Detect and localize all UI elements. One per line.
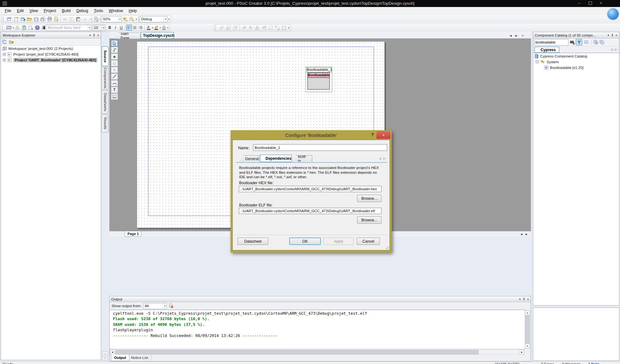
toolbar-grip[interactable]: [2, 25, 4, 30]
paste-special-icon[interactable]: [27, 24, 34, 31]
new-project-icon[interactable]: [13, 16, 19, 22]
zoom-overflow-icon[interactable]: ▾: [136, 18, 137, 21]
cancel-button[interactable]: Cancel: [357, 238, 380, 245]
side-tab-datasheets[interactable]: Datasheets: [102, 90, 109, 114]
tree-row-system[interactable]: − System: [536, 60, 559, 64]
blue-touch-indicator[interactable]: [607, 8, 619, 20]
shape-overflow-icon[interactable]: ▾: [288, 26, 289, 29]
font-size-dropdown-icon[interactable]: ▾: [102, 25, 105, 30]
browse-hex-button[interactable]: Browse...: [357, 195, 382, 202]
notice-list-tab[interactable]: Notice List: [128, 354, 151, 361]
pin-icon[interactable]: [611, 33, 614, 37]
select-tool[interactable]: [111, 40, 118, 46]
page-scroll-left-icon[interactable]: ◀: [519, 232, 524, 236]
title-bar[interactable]: projet_test-000 - PSoC Creator 3.0 [C:\P…: [0, 0, 620, 7]
print-icon[interactable]: [46, 16, 53, 22]
menu-project[interactable]: Project: [41, 8, 59, 14]
arc-tool[interactable]: [111, 80, 118, 86]
menu-window[interactable]: Window: [106, 8, 126, 14]
build-config-combo[interactable]: Debug ▾: [140, 16, 168, 22]
dialog-tab-right-icon[interactable]: ▷: [383, 157, 386, 160]
chip-icon[interactable]: [34, 24, 41, 31]
zoom-level-combo[interactable]: 92% ▾: [101, 16, 122, 22]
line-tool[interactable]: [111, 73, 118, 80]
font-combo-dropdown-icon[interactable]: ▾: [87, 25, 91, 30]
close-panel-icon[interactable]: ×: [527, 297, 529, 301]
tree-row-bootloadable[interactable]: Bootloadable [v1.20]: [544, 65, 583, 70]
config-combo-dropdown-icon[interactable]: ▾: [164, 17, 167, 22]
wire-tool[interactable]: [111, 47, 118, 53]
bootloadable-component[interactable]: Bootloadable: [307, 72, 330, 90]
page-1-tab[interactable]: Page 1: [125, 231, 141, 237]
new-workspace-icon[interactable]: [6, 16, 13, 22]
scroll-left-icon[interactable]: ◀: [110, 350, 115, 354]
dialog-help-icon[interactable]: ?: [371, 132, 374, 137]
align-right-icon[interactable]: [138, 25, 143, 30]
tab-scroll-left-icon[interactable]: ◀: [508, 33, 513, 38]
zoom-in-icon[interactable]: [122, 16, 128, 22]
resize-grip[interactable]: [386, 246, 389, 249]
splitter-down-icon[interactable]: ▽: [102, 356, 108, 361]
panel-menu-icon[interactable]: ▾: [608, 34, 609, 37]
side-tab-results[interactable]: Results: [102, 114, 109, 132]
page-scroll-right-icon[interactable]: ▶: [524, 232, 529, 236]
tab-close-icon[interactable]: ×: [520, 33, 525, 38]
delete-icon[interactable]: ×: [82, 16, 88, 22]
tab-topdesign[interactable]: TopDesign.cysch: [141, 32, 174, 39]
dialog-title-bar[interactable]: Configure 'Bootloadable': [231, 130, 392, 140]
ungroup-icon[interactable]: [281, 24, 287, 31]
scroll-right-icon[interactable]: ▶: [520, 350, 524, 354]
horizontal-scroll-thumb[interactable]: [115, 350, 479, 354]
output-console[interactable]: cyelftool.exe -S C:\Projets_Cypress\proj…: [110, 310, 525, 349]
text-tool[interactable]: T: [111, 87, 118, 93]
browse-elf-button[interactable]: Browse...: [357, 216, 382, 224]
panel-menu-icon[interactable]: ▾: [89, 34, 91, 37]
tab-builtin[interactable]: Built-in: [293, 155, 312, 162]
add-file-icon[interactable]: [19, 16, 26, 22]
tab-scroll-right-icon[interactable]: ▶: [514, 33, 519, 38]
layers-icon[interactable]: [21, 24, 27, 31]
annotation-hatch-icon[interactable]: [5, 24, 12, 31]
stamp-icon[interactable]: [14, 24, 21, 31]
apply-button[interactable]: Apply: [323, 238, 354, 245]
bring-front-icon[interactable]: [225, 24, 232, 31]
scroll-down-icon[interactable]: ▼: [525, 344, 530, 348]
clear-search-icon[interactable]: [569, 40, 575, 45]
panel-menu-icon[interactable]: ▾: [519, 298, 521, 301]
save-all-icon[interactable]: [39, 16, 46, 22]
open-folder-icon[interactable]: [26, 16, 33, 22]
component-catalog-header[interactable]: Component Catalog (1 of 92 compo... ▾ ×: [533, 32, 619, 38]
ellipse-tool[interactable]: ○: [111, 67, 118, 73]
side-tab-components[interactable]: Components: [102, 67, 109, 90]
save-icon[interactable]: [33, 16, 39, 22]
pin-icon[interactable]: [93, 33, 96, 37]
expand-icon[interactable]: +: [3, 59, 6, 62]
copy-icon[interactable]: [68, 16, 75, 22]
skew-icon[interactable]: [267, 24, 274, 31]
fill-color-icon[interactable]: [161, 25, 167, 30]
line-color-icon[interactable]: [153, 25, 159, 30]
datasheet-button[interactable]: Datasheet: [238, 238, 268, 245]
clear-output-icon[interactable]: [169, 303, 174, 308]
pin-icon[interactable]: [522, 297, 526, 301]
folder-collapse-icon[interactable]: [9, 40, 14, 44]
catalog-tree[interactable]: Cypress Component Catalog − System Bootl…: [533, 53, 619, 305]
menu-tools[interactable]: Tools: [91, 8, 106, 14]
splitter-up-icon[interactable]: △: [102, 351, 108, 356]
group-icon[interactable]: [274, 24, 281, 31]
output-filter-combo[interactable]: All ▾: [143, 303, 167, 309]
menu-help[interactable]: Help: [126, 8, 140, 14]
font-name-combo[interactable]: Microsoft Sans Serif ▾: [46, 25, 91, 31]
menu-build[interactable]: Build: [59, 8, 74, 14]
rectangle-tool[interactable]: □: [111, 60, 118, 66]
italic-button[interactable]: I: [113, 25, 118, 30]
menu-file[interactable]: File: [2, 8, 14, 14]
tree-row-project2[interactable]: + Project 'UART_Bootloader' [CY8C4125AXI…: [3, 58, 97, 62]
send-back-icon[interactable]: [232, 24, 238, 31]
menu-view[interactable]: View: [27, 8, 41, 14]
side-tab-source[interactable]: Source: [102, 46, 109, 66]
datasheet-icon[interactable]: [93, 16, 99, 22]
workspace-tree[interactable]: Workspace 'projet_test-000' (2 Projects)…: [1, 46, 101, 360]
font-color-icon[interactable]: A: [146, 25, 151, 30]
zoom-combo-dropdown-icon[interactable]: ▾: [118, 17, 121, 22]
